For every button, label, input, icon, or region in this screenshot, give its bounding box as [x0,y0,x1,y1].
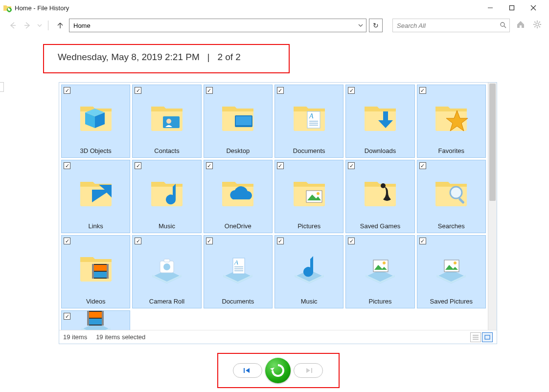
folder-icon [417,236,485,298]
checkbox-icon[interactable]: ✓ [419,162,426,169]
search-input[interactable] [396,22,500,30]
folder-label: Videos [85,298,107,305]
view-large-icons-button[interactable] [482,332,493,342]
checkbox-icon[interactable]: ✓ [206,162,213,169]
checkbox-icon[interactable]: ✓ [348,87,355,94]
folder-tile[interactable]: ✓ADocuments [274,85,343,158]
refresh-button[interactable]: ↻ [369,19,383,32]
folder-tile[interactable]: ✓Contacts [132,85,201,158]
checkbox-icon[interactable]: ✓ [419,238,426,244]
folder-tile[interactable]: ✓Favorites [417,85,486,158]
up-button[interactable] [54,20,66,31]
folder-tile[interactable]: ✓ [61,310,130,330]
folder-icon: A [204,236,272,298]
search-box[interactable] [392,19,510,32]
close-button[interactable] [523,1,544,15]
checkbox-icon[interactable]: ✓ [348,162,355,169]
titlebar: Home - File History [0,0,549,16]
checkbox-icon[interactable]: ✓ [277,162,284,169]
folder-icon [417,160,485,222]
svg-rect-53 [89,319,102,325]
svg-line-8 [504,26,506,28]
checkbox-icon[interactable]: ✓ [64,313,70,320]
search-icon [500,22,506,30]
svg-point-39 [163,263,170,270]
folder-icon [204,85,272,147]
folder-tile[interactable]: ✓Searches [417,160,486,233]
window-title: Home - File History [15,4,69,12]
forward-button[interactable] [22,20,33,31]
checkbox-icon[interactable]: ✓ [348,238,355,244]
folder-label: Pictures [297,222,321,230]
view-details-button[interactable] [470,332,481,342]
folder-tile[interactable]: ✓ADocuments [204,235,273,308]
address-input[interactable] [69,19,355,32]
folder-tile[interactable]: ✓Saved Games [345,160,414,233]
folder-label: 3D Objects [79,147,113,154]
folder-tile[interactable]: ✓Videos [61,235,130,308]
folder-tile[interactable]: ✓Camera Roll [132,235,201,308]
checkbox-icon[interactable]: ✓ [206,87,213,94]
address-dropdown[interactable] [355,23,366,28]
svg-line-16 [534,26,535,27]
svg-point-29 [381,183,386,188]
folder-icon [417,85,485,147]
checkbox-icon[interactable]: ✓ [206,238,213,244]
collapsed-sidebar[interactable] [0,82,4,92]
folder-icon [62,160,130,222]
maximize-button[interactable] [501,1,523,15]
svg-point-48 [454,261,457,264]
folder-tile[interactable]: ✓Pictures [274,160,343,233]
svg-rect-21 [236,116,252,125]
content-pane: ✓3D Objects✓Contacts✓Desktop✓ADocuments✓… [59,82,497,344]
folder-tile[interactable]: ✓Saved Pictures [417,235,486,308]
checkbox-icon[interactable]: ✓ [64,87,70,94]
folder-tile[interactable]: ✓Desktop [204,85,273,158]
folder-tile[interactable]: ✓OneDrive [204,160,273,233]
folder-tile[interactable]: ✓Pictures [345,235,414,308]
svg-rect-2 [510,6,514,10]
history-dropdown[interactable] [36,20,43,31]
folder-icon [62,85,130,147]
checkbox-icon[interactable]: ✓ [419,87,426,94]
folder-tile[interactable]: ✓Music [274,235,343,308]
svg-rect-36 [94,272,107,278]
svg-rect-47 [444,260,459,272]
folder-label: Searches [437,222,466,230]
folder-tile[interactable]: ✓Links [61,160,130,233]
checkbox-icon[interactable]: ✓ [135,87,141,94]
address-bar[interactable] [69,19,366,32]
folder-icon [62,310,130,330]
checkbox-icon[interactable]: ✓ [135,238,141,244]
folder-label: Contacts [153,147,180,154]
folder-icon [346,85,414,147]
folder-tile[interactable]: ✓3D Objects [61,85,130,158]
folder-tile[interactable]: ✓Downloads [345,85,414,158]
folder-icon [62,236,130,298]
checkbox-icon[interactable]: ✓ [277,87,284,94]
svg-rect-57 [485,335,490,339]
svg-text:A: A [234,259,238,266]
checkbox-icon[interactable]: ✓ [135,162,141,169]
folder-icon: A [275,85,343,147]
back-button[interactable] [7,20,19,31]
scrollbar[interactable] [488,83,497,330]
folder-label: Favorites [437,147,465,154]
annotation-box-controls [217,353,340,388]
home-icon[interactable] [515,20,526,31]
svg-point-19 [166,119,171,124]
folder-label: OneDrive [224,222,252,230]
folder-label: Camera Roll [148,298,185,305]
checkbox-icon[interactable]: ✓ [64,162,70,169]
folder-label: Links [87,222,104,230]
settings-icon[interactable] [531,20,543,31]
folder-label: Music [158,222,176,230]
folder-tile[interactable]: ✓Music [132,160,201,233]
svg-rect-33 [92,264,94,279]
folder-label: Downloads [364,147,397,154]
scrollbar-thumb[interactable] [489,84,496,201]
item-grid: ✓3D Objects✓Contacts✓Desktop✓ADocuments✓… [59,83,488,330]
checkbox-icon[interactable]: ✓ [64,238,70,244]
checkbox-icon[interactable]: ✓ [277,238,284,244]
minimize-button[interactable] [480,1,501,15]
